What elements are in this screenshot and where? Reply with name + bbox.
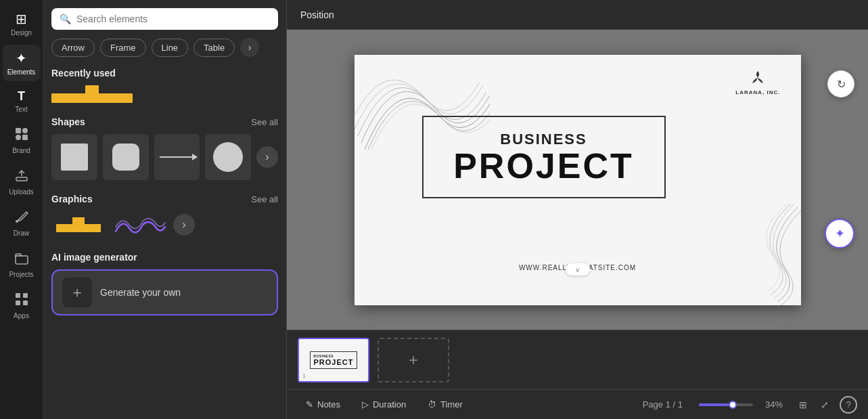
timer-label: Timer — [440, 399, 463, 410]
shape-rectangle[interactable] — [51, 134, 97, 180]
zoom-slider-fill — [699, 403, 729, 406]
ai-section-title: AI image generator — [51, 252, 278, 263]
slide-thumbnail-1[interactable]: BUSINESS PROJECT 1 — [298, 338, 369, 382]
sidebar-item-uploads[interactable]: Uploads — [3, 162, 41, 201]
zoom-control: 34% — [699, 399, 783, 410]
search-icon: 🔍 — [60, 14, 71, 24]
larana-logo: LARANA, INC. — [735, 68, 780, 95]
duration-action[interactable]: ▷ Duration — [354, 395, 414, 414]
svg-rect-4 — [16, 177, 27, 181]
text-icon: T — [18, 89, 25, 104]
slide-thumb-inner-1: BUSINESS PROJECT — [299, 339, 368, 381]
view-buttons: ⊞ ⤢ — [794, 395, 834, 414]
zoom-slider[interactable] — [699, 403, 753, 406]
top-bar: Position — [287, 0, 868, 30]
graphics-see-all[interactable]: See all — [251, 194, 278, 204]
svg-rect-7 — [16, 293, 20, 298]
projects-icon — [14, 250, 29, 269]
recently-used-section: Recently used — [43, 62, 286, 111]
magic-button[interactable]: ✦ — [825, 219, 854, 248]
sidebar-item-brand[interactable]: Brand — [3, 121, 41, 160]
yb1 — [56, 224, 72, 232]
canvas-area[interactable]: LARANA, INC. BUSINESS PROJECT WWW.REALLY… — [287, 30, 868, 330]
tag-table[interactable]: Table — [193, 39, 235, 57]
recently-used-items — [51, 85, 278, 103]
notes-action[interactable]: ✎ Notes — [298, 395, 348, 414]
sidebar-item-projects-label: Projects — [9, 271, 33, 278]
sidebar-item-uploads-label: Uploads — [9, 188, 34, 196]
sidebar-item-design-label: Design — [11, 29, 32, 37]
mini-text-box: BUSINESS PROJECT — [310, 351, 358, 369]
ai-generate-label: Generate your own — [100, 287, 181, 298]
sidebar-item-design[interactable]: ⊞ Design — [3, 5, 41, 42]
search-input-wrap[interactable]: 🔍 — [51, 8, 278, 30]
shape-circle[interactable] — [205, 134, 251, 180]
graphics-chevron-right[interactable]: › — [173, 214, 195, 236]
graphics-header: Graphics See all — [51, 194, 278, 204]
timer-icon: ⏱ — [428, 399, 436, 410]
project-text: PROJECT — [440, 148, 648, 183]
ai-image-generator-section: AI image generator ＋ Generate your own — [43, 246, 286, 326]
tag-frame[interactable]: Frame — [100, 39, 146, 57]
larana-brand-name: LARANA, INC. — [735, 89, 780, 95]
graphic-yellow-bars[interactable] — [51, 211, 106, 238]
tag-arrow[interactable]: Arrow — [51, 39, 95, 57]
svg-rect-9 — [16, 301, 20, 305]
sidebar-item-text[interactable]: T Text — [3, 84, 41, 118]
graphics-title: Graphics — [51, 194, 93, 204]
quick-tags: Arrow Frame Line Table › — [43, 35, 286, 62]
sidebar-item-draw[interactable]: Draw — [3, 204, 41, 242]
svg-rect-10 — [23, 301, 28, 305]
shape-rounded-rect[interactable] — [103, 134, 149, 180]
notes-icon: ✎ — [306, 399, 313, 410]
svg-rect-6 — [16, 256, 28, 264]
sidebar-item-elements[interactable]: ✦ Elements — [3, 45, 41, 81]
timer-action[interactable]: ⏱ Timer — [419, 395, 471, 414]
bar-left — [51, 93, 85, 103]
graphic-purple-swirl[interactable] — [112, 211, 166, 238]
svg-rect-0 — [16, 128, 21, 133]
recently-used-title: Recently used — [51, 68, 116, 79]
main-area: Position — [287, 0, 868, 419]
sidebar-item-brand-label: Brand — [12, 147, 30, 154]
zoom-slider-thumb[interactable] — [729, 401, 737, 409]
main-text-box[interactable]: BUSINESS PROJECT — [422, 116, 666, 198]
svg-rect-3 — [22, 135, 28, 140]
sidebar-item-projects[interactable]: Projects — [3, 245, 41, 284]
draw-icon — [14, 209, 29, 227]
shapes-chevron-right[interactable]: › — [256, 146, 278, 168]
add-slide-button[interactable]: + — [378, 338, 449, 382]
recent-shape-bar-chart[interactable] — [51, 85, 133, 103]
graphics-row: › — [51, 211, 278, 238]
mini-project: PROJECT — [314, 358, 354, 366]
bar-mid — [85, 85, 99, 103]
sidebar-item-text-label: Text — [15, 106, 27, 113]
zoom-percentage: 34% — [758, 399, 783, 410]
recently-used-header: Recently used — [51, 68, 278, 79]
svg-rect-1 — [22, 128, 28, 133]
duration-icon: ▷ — [362, 399, 369, 410]
shapes-header: Shapes See all — [51, 116, 278, 127]
tags-chevron-right[interactable]: › — [240, 38, 259, 57]
shape-line-arrow[interactable] — [154, 134, 200, 180]
bottom-bar: ✎ Notes ▷ Duration ⏱ Timer Page 1 / 1 34… — [287, 389, 868, 419]
search-input[interactable] — [76, 14, 270, 24]
bar-right — [99, 93, 133, 103]
elements-icon: ✦ — [16, 50, 27, 66]
sidebar-item-elements-label: Elements — [7, 68, 36, 76]
yb2 — [72, 217, 85, 232]
yb3 — [85, 224, 101, 232]
apps-icon — [14, 292, 29, 310]
business-text: BUSINESS — [440, 131, 648, 148]
grid-view-button[interactable]: ⊞ — [794, 395, 813, 414]
help-button[interactable]: ? — [840, 396, 857, 414]
purple-swirl-icon — [112, 215, 166, 235]
collapse-handle[interactable]: ∨ — [566, 263, 590, 275]
tag-line[interactable]: Line — [152, 39, 189, 57]
ai-generate-button[interactable]: ＋ Generate your own — [51, 269, 278, 315]
shapes-see-all[interactable]: See all — [251, 117, 278, 127]
refresh-button[interactable]: ↻ — [827, 70, 854, 97]
thumbnails-strip: BUSINESS PROJECT 1 + — [287, 330, 868, 389]
sidebar-item-apps[interactable]: Apps — [3, 286, 41, 325]
fullscreen-button[interactable]: ⤢ — [815, 395, 834, 414]
